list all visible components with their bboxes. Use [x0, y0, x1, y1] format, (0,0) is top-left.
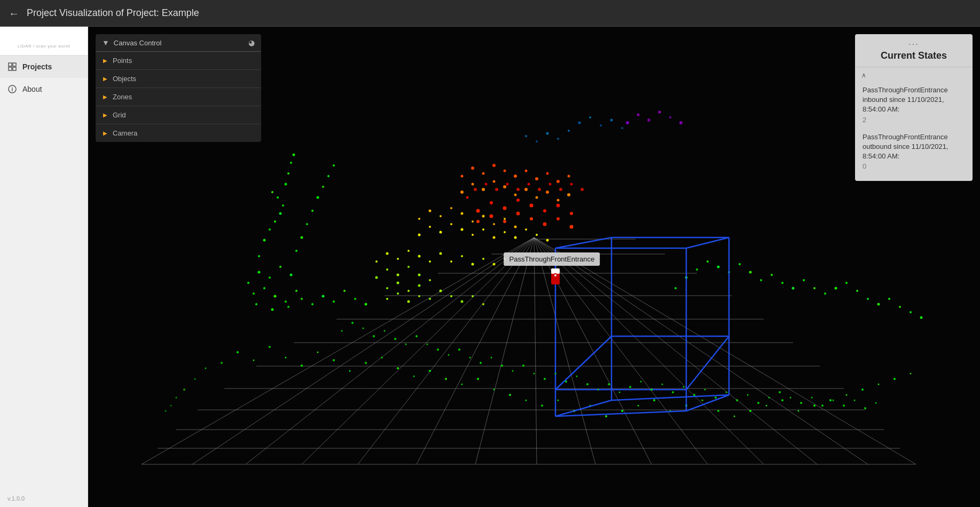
svg-point-141 — [856, 290, 858, 292]
svg-point-117 — [301, 236, 303, 239]
svg-point-50 — [493, 389, 495, 391]
svg-point-218 — [504, 218, 506, 220]
svg-point-99 — [322, 295, 325, 298]
logo-name: blickfeld — [18, 34, 52, 43]
svg-point-215 — [472, 220, 474, 223]
svg-point-309 — [501, 365, 503, 367]
svg-point-239 — [546, 172, 549, 175]
back-button[interactable]: ← — [9, 8, 19, 19]
svg-point-150 — [589, 116, 591, 118]
svg-point-38 — [301, 365, 303, 367]
svg-point-321 — [629, 386, 631, 388]
svg-point-326 — [683, 386, 685, 388]
svg-point-338 — [811, 397, 813, 399]
svg-text:i: i — [12, 86, 13, 92]
svg-point-142 — [867, 298, 869, 300]
topbar: ← Project Visualization of Project: Exam… — [0, 0, 980, 27]
svg-point-122 — [327, 175, 330, 177]
svg-point-229 — [557, 199, 560, 202]
svg-point-123 — [333, 164, 335, 167]
svg-point-191 — [450, 260, 452, 263]
svg-point-186 — [397, 258, 399, 260]
sidebar: blickfeld LIDAR / scan your world Projec… — [0, 27, 88, 507]
current-states-collapse-btn[interactable]: ∧ — [855, 67, 973, 81]
svg-point-213 — [450, 207, 452, 209]
svg-point-128 — [717, 266, 720, 268]
svg-point-260 — [485, 183, 488, 186]
svg-point-331 — [736, 399, 738, 401]
svg-point-104 — [258, 255, 260, 257]
svg-point-97 — [301, 298, 303, 300]
svg-point-304 — [448, 354, 450, 356]
svg-point-232 — [471, 167, 474, 170]
svg-point-244 — [503, 207, 507, 210]
svg-point-34 — [237, 351, 239, 353]
svg-point-222 — [482, 188, 485, 191]
svg-point-162 — [669, 116, 671, 118]
canvas-item-camera[interactable]: ▶ Camera — [96, 124, 261, 142]
canvas-item-grid[interactable]: ▶ Grid — [96, 106, 261, 124]
svg-point-119 — [311, 210, 313, 212]
svg-point-76 — [170, 405, 172, 407]
svg-point-344 — [875, 402, 877, 404]
svg-point-65 — [734, 416, 735, 417]
svg-point-341 — [843, 405, 845, 407]
svg-point-108 — [279, 212, 282, 215]
svg-point-243 — [490, 201, 493, 204]
canvas-item-points-label: Points — [113, 57, 132, 65]
svg-point-49 — [477, 378, 479, 380]
svg-point-300 — [405, 344, 407, 345]
svg-point-109 — [282, 204, 284, 207]
svg-point-199 — [440, 231, 442, 234]
svg-point-178 — [429, 298, 431, 300]
svg-point-268 — [570, 183, 573, 186]
svg-point-149 — [578, 122, 581, 124]
current-states-menu-dots[interactable]: ... — [855, 34, 973, 48]
svg-point-337 — [800, 402, 802, 404]
svg-point-131 — [749, 271, 752, 274]
svg-point-198 — [429, 226, 431, 228]
svg-point-84 — [247, 282, 249, 284]
current-states-outbound-text: PassThroughFrontEntrance outbound since … — [863, 132, 965, 162]
svg-point-195 — [493, 263, 496, 266]
svg-point-68 — [781, 399, 783, 401]
chevron-down-icon[interactable]: ▼ — [102, 38, 109, 47]
svg-point-35 — [253, 360, 255, 361]
svg-point-161 — [658, 111, 661, 114]
canvas-control-header: ▼ Canvas Control ◕ — [96, 34, 261, 52]
svg-point-45 — [413, 376, 415, 377]
svg-point-102 — [354, 298, 356, 300]
svg-point-48 — [461, 384, 463, 385]
svg-point-206 — [514, 236, 517, 239]
canvas-item-camera-label: Camera — [113, 129, 137, 137]
sidebar-item-about[interactable]: i About — [0, 78, 88, 100]
svg-point-156 — [536, 140, 538, 142]
canvas-item-points[interactable]: ▶ Points — [96, 52, 261, 70]
svg-point-67 — [766, 405, 767, 407]
svg-point-118 — [306, 223, 308, 225]
panel-header-left: ▼ Canvas Control — [102, 38, 161, 47]
canvas-item-zones[interactable]: ▶ Zones — [96, 88, 261, 106]
svg-point-237 — [525, 170, 528, 172]
svg-point-194 — [482, 258, 484, 260]
svg-point-343 — [864, 407, 866, 409]
canvas-area[interactable]: ▼ Canvas Control ◕ ▶ Points ▶ Objects ▶ … — [88, 27, 980, 507]
svg-point-314 — [555, 373, 556, 375]
search-icon[interactable]: ◕ — [248, 38, 255, 47]
svg-point-234 — [492, 164, 496, 167]
svg-point-201 — [461, 228, 464, 231]
svg-point-230 — [567, 193, 570, 196]
svg-point-241 — [568, 175, 570, 178]
svg-point-113 — [287, 172, 289, 175]
svg-point-317 — [586, 383, 589, 385]
svg-point-252 — [503, 220, 506, 223]
sidebar-item-projects[interactable]: Projects — [0, 56, 88, 78]
svg-point-130 — [739, 263, 741, 265]
canvas-control-panel: ▼ Canvas Control ◕ ▶ Points ▶ Objects ▶ … — [96, 34, 261, 142]
canvas-item-objects[interactable]: ▶ Objects — [96, 70, 261, 88]
svg-point-318 — [598, 389, 599, 391]
svg-point-184 — [375, 260, 378, 263]
svg-point-197 — [418, 234, 421, 236]
svg-point-196 — [504, 258, 506, 260]
svg-point-221 — [472, 183, 474, 186]
